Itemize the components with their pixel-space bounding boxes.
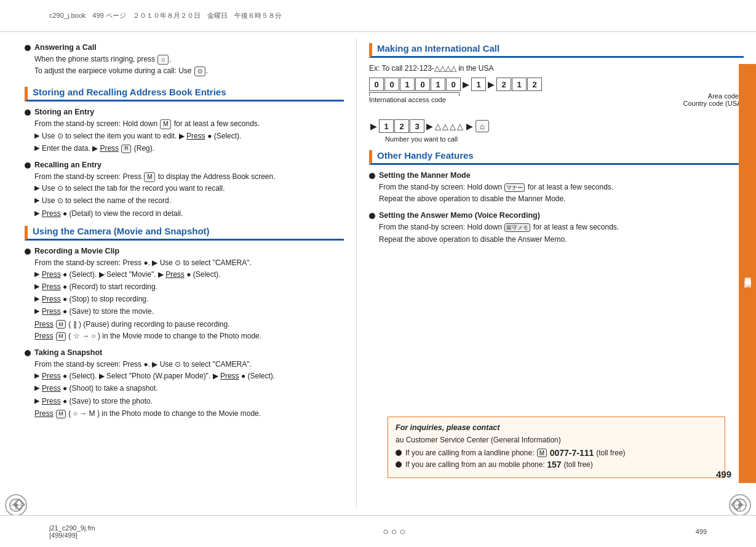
num-1c: 1 [471,78,486,91]
answering-line1: When the phone starts ringing, press ⌂. [34,54,344,65]
answer-memo-content: From the stand-by screen: Hold down 留守メモ… [369,222,744,245]
storing-key1: M [160,119,171,129]
footer-left: j21_c290_9j.fm [499/499] [12,524,95,539]
recalling-item1: ▶ Use ⊙ to select the tab for the record… [34,183,344,194]
intl-call-section: Making an International Call Ex: To call… [369,43,744,143]
num-call-2: 2 [394,119,409,133]
storing-item2: ▶ Enter the data. ▶ Press R (Reg). [34,143,344,154]
area-code-label: Area code [708,92,739,100]
num-2a: 2 [496,78,511,91]
contact-subtitle: au Customer Service Center (General Info… [396,436,717,444]
num-row1: 0 0 1 0 1 0 ▶ 1 ▶ 2 1 2 [369,78,744,91]
answering-title: Answering a Call [25,43,344,52]
recalling-key1: M [144,172,155,182]
answering-line2: To adjust the earpiece volume during a c… [34,65,344,77]
camera-section: Using the Camera (Movie and Snapshot) Re… [25,226,344,420]
snapshot-item1: ▶ Press ● (Select). ▶ Select "Photo (W.p… [34,370,344,382]
intl-call-diagram: 0 0 1 0 1 0 ▶ 1 ▶ 2 1 2 [369,78,744,143]
storing-item1: ▶ Use ⊙ to select the item you want to e… [34,130,344,142]
answer-memo-key: 留守メモ [504,223,530,232]
contact-item-1: If you are calling from a landline phone… [396,448,717,458]
diagram-label-row1: International access code Area code Coun… [369,92,744,117]
num-1a: 1 [400,78,415,91]
address-book-section: Storing and Recalling Address Book Entri… [25,87,344,219]
answer-memo-title: Setting the Answer Memo (Voice Recording… [369,211,744,220]
recording-title: Recording a Movie Clip [25,247,344,255]
storing-bullet [25,110,31,116]
snapshot-bullet [25,350,31,356]
main-content: Answering a Call When the phone starts r… [0,32,756,515]
snapshot-item4: Press M ( ○ → M ) in the Photo mode to c… [34,408,344,420]
num-2b: 2 [527,78,542,91]
answer-key2: ⊙ [194,66,205,76]
recording-item5: Press M ( ‖ ) (Pause) during recording t… [34,319,344,330]
recalling-line1: From the stand-by screen: Press M to dis… [34,171,344,183]
left-column: Answering a Call When the phone starts r… [0,38,357,509]
page-number-right: 499 [716,469,731,479]
manner-line2: Repeat the above operation to disable th… [379,193,744,205]
recording-item2: ▶ Press ● (Record) to start recording. [34,281,344,293]
triangle-num: △△△△ [435,122,464,131]
phone-landline: 0077-7-111 [547,448,596,458]
manner-title: Setting the Manner Mode [369,171,744,180]
manner-mode: Setting the Manner Mode From the stand-b… [369,171,744,205]
footer-center: ○○○ [95,526,696,537]
manner-bullet [369,173,375,179]
num-0c: 0 [415,78,430,91]
recalling-item3: ▶ Press ● (Detail) to view the record in… [34,208,344,220]
snapshot-item2: ▶ Press ● (Shoot) to take a snapshot. [34,383,344,394]
footer-dots: ○○○ [383,526,408,537]
recording-item6: Press M ( ☆ → ○ ) in the Movie mode to c… [34,330,344,342]
recalling-content: From the stand-by screen: Press M to dis… [25,171,344,220]
contact-item-2: If you are calling from an au mobile pho… [396,460,717,469]
recalling-bullet [25,162,31,169]
recording-content: From the stand-by screen: Press ●. ▶ Use… [25,257,344,342]
snapshot-section: Taking a Snapshot From the stand-by scre… [25,348,344,420]
snapshot-item3: ▶ Press ● (Save) to store the photo. [34,396,344,407]
recording-item4: ▶ Press ● (Save) to store the movie. [34,306,344,317]
answer-key1: ⌂ [157,55,169,65]
answering-bullet [25,45,31,51]
recalling-item2: ▶ Use ⊙ to select the name of the record… [34,195,344,207]
contact-title: For inquiries, please contact [396,423,717,432]
answering-section: Answering a Call When the phone starts r… [25,43,344,77]
recording-line1: From the stand-by screen: Press ●. ▶ Use… [34,257,344,269]
num-0b: 0 [384,78,399,91]
snapshot-content: From the stand-by screen: Press ●. ▶ Use… [25,359,344,420]
num-call-1: 1 [379,119,394,133]
address-book-heading: Storing and Recalling Address Book Entri… [25,87,344,102]
info-box: For inquiries, please contact au Custome… [388,417,725,478]
storing-entry: Storing an Entry From the stand-by scree… [25,108,344,154]
answer-memo-bullet [369,213,375,219]
storing-title: Storing an Entry [25,108,344,116]
intl-call-example: Ex: To call 212-123-△△△△ in the USA [369,64,744,73]
call-key: ⌂ [475,120,489,132]
handy-heading: Other Handy Features [369,150,744,165]
manner-line1: From the stand-by screen: Hold down マナー … [379,182,744,193]
intl-call-heading: Making an International Call [369,43,744,58]
num-1b: 1 [431,78,445,91]
num-call-3: 3 [410,119,424,133]
intl-access-label: International access code [369,96,460,103]
side-tab: 簡易英語 [739,64,756,483]
num-1d: 1 [512,78,527,91]
footer-page: [499/499] [49,532,95,539]
footer-filename: j21_c290_9j.fm [49,524,95,532]
num-0a: 0 [369,78,384,91]
manner-content: From the stand-by screen: Hold down マナー … [369,182,744,205]
right-column: Making an International Call Ex: To call… [357,38,756,509]
num-0d: 0 [446,78,461,91]
country-code-label: Country code (USA) [683,100,744,107]
recalling-entry: Recalling an Entry From the stand-by scr… [25,161,344,220]
storing-line1: From the stand-by screen: Hold down M fo… [34,118,344,130]
manner-key: マナー [504,183,525,192]
answer-memo: Setting the Answer Memo (Voice Recording… [369,211,744,245]
answer-memo-line1: From the stand-by screen: Hold down 留守メモ… [379,222,744,233]
number-label: Number you want to call [369,135,744,143]
footer-bar: j21_c290_9j.fm [499/499] ○○○ 499 [0,515,756,547]
handy-features-section: Other Handy Features Setting the Manner … [369,150,744,246]
recording-section: Recording a Movie Clip From the stand-by… [25,247,344,342]
recalling-title: Recalling an Entry [25,161,344,169]
footer-right: 499 [696,528,744,535]
recording-bullet [25,249,31,255]
